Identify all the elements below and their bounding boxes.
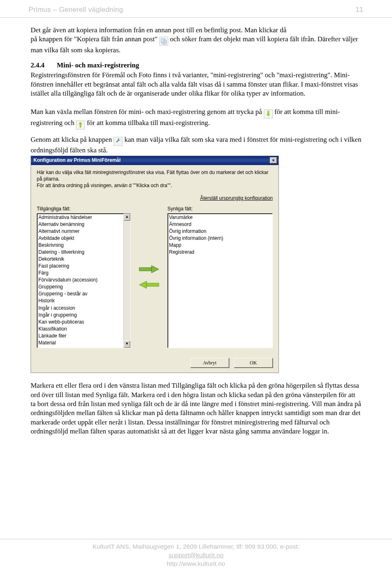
list-item[interactable]: Mapp <box>169 242 271 249</box>
copy-fields-icon <box>159 37 168 46</box>
section-title: Mini- och maxi-registrering <box>57 61 139 69</box>
list-item[interactable]: Länkade filer <box>38 333 122 339</box>
svg-rect-5 <box>267 111 269 114</box>
list-item[interactable]: Kan webb-publiceras <box>38 319 122 326</box>
paragraph: Man kan växla mellan fönstren för mini- … <box>31 107 361 130</box>
section-heading: 2.4.4 Mini- och maxi-registrering <box>31 61 361 70</box>
scroll-down-icon[interactable]: ▼ <box>124 341 130 348</box>
list-item[interactable]: Ingår i gruppering <box>38 312 122 319</box>
text: på knappen för "Kopiera fält från annan … <box>31 35 159 43</box>
reset-config-link[interactable]: Återställ ursprunglig konfiguration <box>200 195 273 201</box>
list-item[interactable]: Klassifikation <box>38 326 122 333</box>
list-item[interactable]: Registrerad <box>169 249 271 256</box>
footer-url: http://www.kulturit.no <box>167 560 225 567</box>
dialog-intro: Här kan du välja vilka fält miniregistre… <box>37 169 273 189</box>
dialog-title: Konfiguration av Primus MiniFöremål <box>33 157 120 164</box>
wrench-icon <box>114 137 122 146</box>
list-item[interactable]: Historik <box>38 297 122 304</box>
list-item[interactable]: Övrig information (intern) <box>169 235 271 242</box>
text: Här kan du välja vilka fält miniregistre… <box>37 169 273 182</box>
footer-email-link[interactable]: support@kulturit.no <box>169 552 224 558</box>
page-footer: KulturIT ANS, Maihaugvegen 1, 2609 Lille… <box>0 539 392 568</box>
list-item[interactable]: Färg <box>38 270 122 277</box>
footer-text: KulturIT ANS, Maihaugvegen 1, 2609 Lille… <box>93 543 299 550</box>
list-item[interactable]: Gruppering <box>38 284 122 290</box>
list-item[interactable]: Varumärke <box>169 214 271 221</box>
section-number: 2.4.4 <box>31 61 55 70</box>
list-item[interactable]: Ämnesord <box>169 221 271 228</box>
svg-marker-10 <box>151 266 159 273</box>
list-item[interactable]: Ingår i accession <box>38 305 122 312</box>
page-number: 11 <box>355 6 363 14</box>
list-item[interactable]: Alternativ benämning <box>38 221 122 228</box>
doc-title: Primus – Generell vägledning <box>29 6 123 14</box>
svg-rect-9 <box>139 268 151 271</box>
move-left-button[interactable] <box>138 280 160 290</box>
ok-button[interactable]: OK <box>234 358 273 368</box>
paragraph: Genom att klicka på knappen kan man välj… <box>31 135 361 155</box>
close-icon[interactable]: × <box>270 157 277 163</box>
paragraph: Registreringsfönstren för Föremål och Fo… <box>31 71 361 98</box>
paragraph: Markera ett eller flera ord i den vänstr… <box>31 381 361 436</box>
list-item[interactable]: Övrig information <box>169 228 271 235</box>
svg-rect-8 <box>80 124 81 127</box>
text: Genom att klicka på knappen <box>31 136 114 143</box>
svg-marker-6 <box>266 114 270 116</box>
list-item[interactable]: Dekorteknik <box>38 256 122 263</box>
visible-fields-label: Synliga fält: <box>167 206 273 212</box>
list-item[interactable]: Förvärvsdatum (accession) <box>38 277 122 284</box>
config-dialog: Konfiguration av Primus MiniFöremål × Hä… <box>31 156 279 373</box>
arrow-up-icon <box>76 121 85 130</box>
svg-marker-11 <box>139 281 147 288</box>
dialog-titlebar: Konfiguration av Primus MiniFöremål × <box>31 156 278 165</box>
list-item[interactable]: Gruppering - består av <box>38 290 122 297</box>
list-item[interactable]: Fast placering <box>38 263 122 270</box>
scroll-up-icon[interactable]: ▲ <box>124 214 130 221</box>
page-content: Det går även att kopiera information frå… <box>0 18 392 436</box>
list-item[interactable]: Datering - tillverkning <box>38 249 122 256</box>
visible-fields-listbox[interactable]: VarumärkeÄmnesordÖvrig informationÖvrig … <box>167 213 273 348</box>
arrow-down-icon <box>264 109 273 118</box>
move-right-button[interactable] <box>138 264 160 274</box>
text: Det går även att kopiera information frå… <box>31 26 286 34</box>
text: för att komma tillbaka till maxi-registr… <box>87 119 210 127</box>
list-item[interactable]: Alternativt nummer <box>38 228 122 235</box>
list-item[interactable]: Avbildade objekt <box>38 235 122 242</box>
cancel-button[interactable]: Avbryt <box>190 358 229 368</box>
text: Man kan växla mellan fönstren för mini- … <box>31 108 264 116</box>
available-fields-label: Tillgängliga fält: <box>37 206 131 212</box>
list-item[interactable]: Material <box>38 339 122 346</box>
svg-marker-7 <box>78 122 82 124</box>
paragraph: Det går även att kopiera information frå… <box>31 26 361 55</box>
svg-rect-12 <box>147 283 159 286</box>
page-header: Primus – Generell vägledning 11 <box>0 0 392 18</box>
text: För att ändra ordning på visningen, anvä… <box>37 182 273 189</box>
list-item[interactable]: Administrativa händelser <box>38 214 122 221</box>
scrollbar[interactable]: ▲ ▼ <box>123 214 130 348</box>
list-item[interactable]: Beskrivning <box>38 242 122 249</box>
available-fields-listbox[interactable]: Administrativa händelserAlternativ benäm… <box>37 213 131 348</box>
